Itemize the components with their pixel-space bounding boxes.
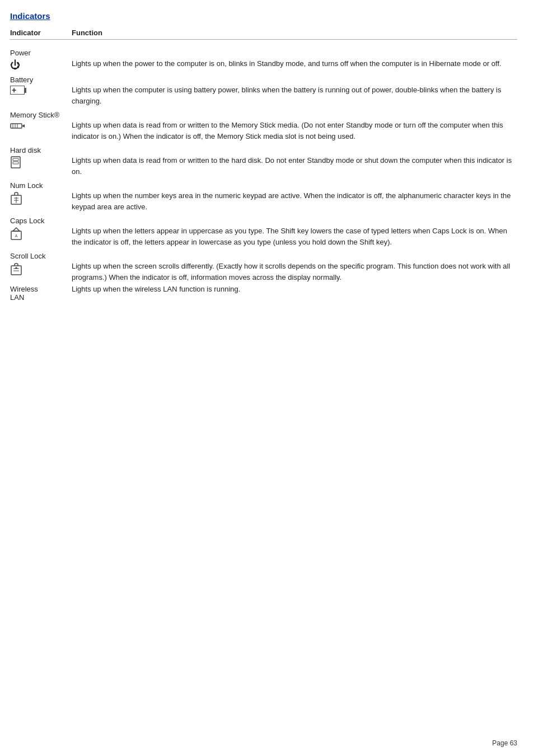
section-harddisk-label: Hard disk [10, 146, 517, 154]
indicator-row-scrolllock: Lights up when the screen scrolls differ… [10, 261, 517, 283]
memory-description: Lights up when data is read from or writ… [72, 120, 517, 142]
indicator-row-harddisk: Lights up when data is read from or writ… [10, 155, 517, 177]
power-icon-cell: ⏻ [10, 58, 72, 71]
battery-icon-cell: + [10, 84, 72, 95]
page-footer: Page 63 [492, 739, 517, 747]
indicator-row-memory: Lights up when data is read from or writ… [10, 120, 517, 142]
svg-text:A: A [15, 234, 18, 238]
scrolllock-icon [10, 262, 22, 277]
scrolllock-icon-cell [10, 261, 72, 277]
header-indicator: Indicator [10, 29, 72, 37]
section-scrolllock-label: Scroll Lock [10, 252, 517, 260]
section-numlock-label: Num Lock [10, 181, 517, 190]
section-scrolllock: Scroll Lock Lights up when the screen sc… [10, 252, 517, 283]
section-capslock: Caps Lock A Lights up when the letters a… [10, 217, 517, 247]
section-capslock-label: Caps Lock [10, 217, 517, 225]
capslock-icon: A [10, 227, 22, 242]
section-numlock: Num Lock Lights up when the number keys … [10, 181, 517, 212]
scrolllock-description: Lights up when the screen scrolls differ… [72, 261, 517, 283]
numlock-icon-cell [10, 190, 72, 206]
capslock-icon-cell: A [10, 226, 72, 242]
svg-rect-0 [11, 124, 22, 128]
section-battery-label: Battery [10, 76, 517, 84]
battery-icon: + [10, 86, 25, 95]
section-power-label: Power [10, 49, 517, 57]
section-harddisk: Hard disk Lights up when data is read fr… [10, 146, 517, 177]
harddisk-icon [10, 156, 21, 170]
section-wireless: WirelessLAN Lights up when the wireless … [10, 285, 517, 302]
svg-rect-7 [13, 162, 18, 164]
table-header: Indicator Function [10, 29, 517, 40]
wireless-row: WirelessLAN Lights up when the wireless … [10, 285, 517, 302]
wireless-description: Lights up when the wireless LAN function… [72, 285, 240, 302]
power-description: Lights up when the power to the computer… [72, 58, 517, 69]
indicator-row-numlock: Lights up when the number keys area in t… [10, 190, 517, 212]
memory-icon [10, 121, 25, 133]
indicator-row-battery: + Lights up when the computer is using b… [10, 84, 517, 106]
capslock-description: Lights up when the letters appear in upp… [72, 226, 517, 247]
harddisk-icon-cell [10, 155, 72, 170]
battery-description: Lights up when the computer is using bat… [72, 84, 517, 106]
page-title: Indicators [10, 11, 517, 21]
numlock-icon [10, 191, 22, 206]
numlock-description: Lights up when the number keys area in t… [72, 190, 517, 212]
header-function: Function [72, 29, 102, 37]
indicator-row-power: ⏻ Lights up when the power to the comput… [10, 58, 517, 71]
section-memory: Memory Stick® Lights up when data is rea… [10, 111, 517, 142]
wireless-label: WirelessLAN [10, 285, 72, 302]
section-memory-label: Memory Stick® [10, 111, 517, 119]
section-battery: Battery + Lights up when the computer is… [10, 76, 517, 106]
indicator-row-capslock: A Lights up when the letters appear in u… [10, 226, 517, 247]
power-icon: ⏻ [10, 59, 20, 71]
svg-rect-6 [13, 158, 18, 161]
svg-marker-17 [15, 267, 18, 269]
memory-icon-cell [10, 120, 72, 133]
harddisk-description: Lights up when data is read from or writ… [72, 155, 517, 177]
section-power: Power ⏻ Lights up when the power to the … [10, 49, 517, 71]
